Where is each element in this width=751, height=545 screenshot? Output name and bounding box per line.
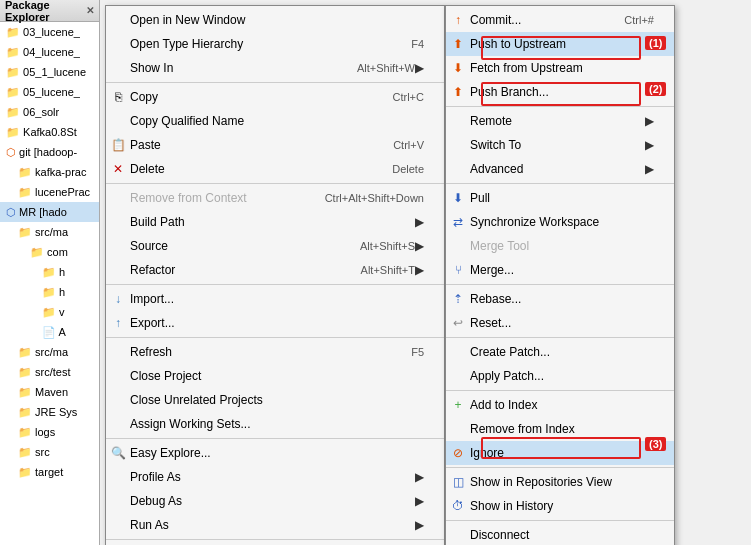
ignore-icon: ⊘ [450,445,466,461]
menu-item-merge[interactable]: ⑂Merge... [446,258,674,282]
menu-item-create-patch[interactable]: Create Patch... [446,340,674,364]
tree-item-src[interactable]: 📁 src [0,442,99,462]
menu-item-profile-as[interactable]: Profile As▶ [106,465,444,489]
menu-label-paste: Paste [130,136,393,154]
menu-item-merge-tool: Merge Tool [446,234,674,258]
show-history-icon: ⏱ [450,498,466,514]
generic-icon [450,527,466,543]
menu-item-assign-sets[interactable]: Assign Working Sets... [106,412,444,436]
arrow-source: ▶ [415,237,424,255]
menu-separator [106,82,444,83]
generic-icon [450,113,466,129]
menu-item-show-history[interactable]: ⏱Show in History [446,494,674,518]
menu-item-import[interactable]: ↓Import... [106,287,444,311]
tree-item-05_lucene_[interactable]: 📁 05_lucene_ [0,82,99,102]
tree-item-com[interactable]: 📁 com [0,242,99,262]
tree-item-luceneprac[interactable]: 📁 lucenePrac [0,182,99,202]
push-upstream-icon: ⬆ [450,36,466,52]
menu-item-close-unrelated[interactable]: Close Unrelated Projects [106,388,444,412]
menu-item-commit[interactable]: ↑Commit...Ctrl+# [446,8,674,32]
menu-item-export[interactable]: ↑Export... [106,311,444,335]
menu-item-show-in[interactable]: Show InAlt+Shift+W▶ [106,56,444,80]
tree-item-mr[hado[interactable]: ⬡ MR [hado [0,202,99,222]
menu-item-advanced[interactable]: Advanced▶ [446,157,674,181]
tree-item-target[interactable]: 📁 target [0,462,99,482]
tree-item-05_1_lucene[interactable]: 📁 05_1_lucene [0,62,99,82]
menu-item-paste[interactable]: 📋PasteCtrl+V [106,133,444,157]
menu-label-refresh: Refresh [130,343,411,361]
menu-item-ignore[interactable]: ⊘Ignore [446,441,674,465]
close-panel-button[interactable]: ✕ [86,5,94,16]
tree-item-03_lucene_[interactable]: 📁 03_lucene_ [0,22,99,42]
tree-item-h[interactable]: 📁 h [0,262,99,282]
menu-label-assign-sets: Assign Working Sets... [130,415,424,433]
menu-item-reset[interactable]: ↩Reset... [446,311,674,335]
menu-label-delete: Delete [130,160,392,178]
menu-item-copy[interactable]: ⎘CopyCtrl+C [106,85,444,109]
arrow-debug-as: ▶ [415,492,424,510]
menu-label-open-type-hierarchy: Open Type Hierarchy [130,35,411,53]
menu-label-source: Source [130,237,360,255]
menu-item-refactor[interactable]: RefactorAlt+Shift+T▶ [106,258,444,282]
menu-label-copy: Copy [130,88,393,106]
menu-label-switch-to: Switch To [470,136,645,154]
shortcut-open-type-hierarchy: F4 [411,35,424,53]
menu-label-commit: Commit... [470,11,624,29]
menu-label-merge: Merge... [470,261,654,279]
tree-item-kafka0.8st[interactable]: 📁 Kafka0.8St [0,122,99,142]
tree-item-src/test[interactable]: 📁 src/test [0,362,99,382]
menu-item-disconnect[interactable]: Disconnect [446,523,674,545]
menu-item-show-repos[interactable]: ◫Show in Repositories View [446,470,674,494]
rebase-icon: ⇡ [450,291,466,307]
menu-label-merge-tool: Merge Tool [470,237,654,255]
generic-icon [110,262,126,278]
tree-item-maven[interactable]: 📁 Maven [0,382,99,402]
generic-icon [110,368,126,384]
copy-icon: ⎘ [110,89,126,105]
menu-item-easy-explore[interactable]: 🔍Easy Explore... [106,441,444,465]
generic-icon [110,344,126,360]
menu-item-rebase[interactable]: ⇡Rebase... [446,287,674,311]
menu-item-add-index[interactable]: +Add to Index [446,393,674,417]
menu-item-open-type-hierarchy[interactable]: Open Type HierarchyF4 [106,32,444,56]
menu-item-run-as[interactable]: Run As▶ [106,513,444,537]
tree-item-06_solr[interactable]: 📁 06_solr [0,102,99,122]
menu-separator [106,539,444,540]
tree-item-git[hadoop-[interactable]: ⬡ git [hadoop- [0,142,99,162]
menu-item-source[interactable]: SourceAlt+Shift+S▶ [106,234,444,258]
menu-item-switch-to[interactable]: Switch To▶ [446,133,674,157]
tree-item-kafka-prac[interactable]: 📁 kafka-prac [0,162,99,182]
tree-item-logs[interactable]: 📁 logs [0,422,99,442]
menu-item-push-upstream[interactable]: ⬆Push to Upstream [446,32,674,56]
menu-label-rebase: Rebase... [470,290,654,308]
menu-item-debug-as[interactable]: Debug As▶ [106,489,444,513]
menu-label-create-patch: Create Patch... [470,343,654,361]
menu-item-refresh[interactable]: RefreshF5 [106,340,444,364]
menu-item-build-path[interactable]: Build Path▶ [106,210,444,234]
menu-item-remote[interactable]: Remote▶ [446,109,674,133]
tree-item-src/ma[interactable]: 📁 src/ma [0,222,99,242]
menu-item-copy-qualified[interactable]: Copy Qualified Name [106,109,444,133]
tree-item-a[interactable]: 📄 A [0,322,99,342]
menu-item-fetch-upstream[interactable]: ⬇Fetch from Upstream [446,56,674,80]
menu-item-remove-index[interactable]: Remove from Index [446,417,674,441]
menu-item-delete[interactable]: ✕DeleteDelete [106,157,444,181]
menu-item-open-new-window[interactable]: Open in New Window [106,8,444,32]
tree-item-h[interactable]: 📁 h [0,282,99,302]
menu-item-sync-workspace[interactable]: ⇄Synchronize Workspace [446,210,674,234]
menu-label-remove-context: Remove from Context [130,189,325,207]
menu-item-apply-patch[interactable]: Apply Patch... [446,364,674,388]
menu-item-close-project[interactable]: Close Project [106,364,444,388]
tree-item-04_lucene_[interactable]: 📁 04_lucene_ [0,42,99,62]
reset-icon: ↩ [450,315,466,331]
menu-label-refactor: Refactor [130,261,361,279]
menu-item-pull[interactable]: ⬇Pull [446,186,674,210]
arrow-build-path: ▶ [415,213,424,231]
tree-item-v[interactable]: 📁 v [0,302,99,322]
tree-item-jresys[interactable]: 📁 JRE Sys [0,402,99,422]
tree-item-src/ma[interactable]: 📁 src/ma [0,342,99,362]
arrow-remote: ▶ [645,112,654,130]
menu-label-ignore: Ignore [470,444,654,462]
menu-label-fetch-upstream: Fetch from Upstream [470,59,654,77]
menu-item-push-branch[interactable]: ⬆Push Branch... [446,80,674,104]
